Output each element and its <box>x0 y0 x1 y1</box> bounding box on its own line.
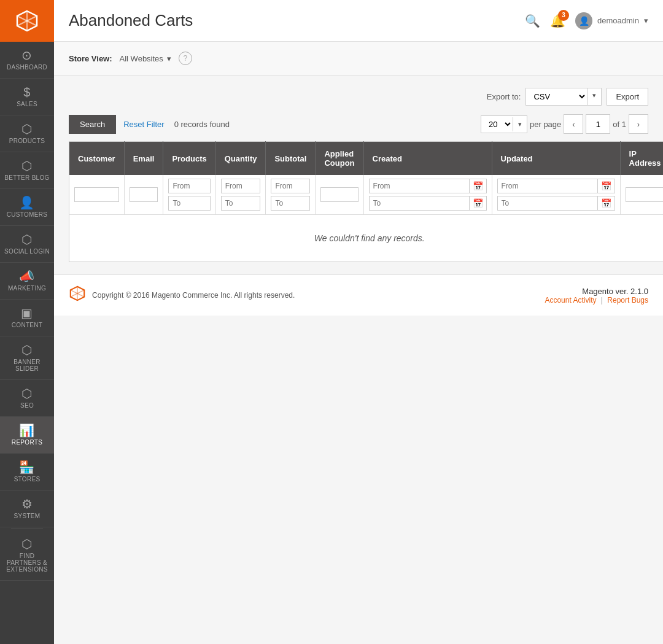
customer-filter-input[interactable] <box>74 187 119 202</box>
created-to-wrap: 📅 <box>369 196 487 211</box>
export-format-dropdown[interactable]: CSV Excel XML <box>526 88 587 105</box>
sidebar-label-content: CONTENT <box>12 322 42 328</box>
filter-email <box>124 175 163 215</box>
footer: Copyright © 2016 Magento Commerce Inc. A… <box>54 274 663 316</box>
avatar: 👤 <box>575 12 592 29</box>
report-bugs-link[interactable]: Report Bugs <box>607 296 648 305</box>
quantity-from-input[interactable] <box>221 179 261 193</box>
content-area: Store View: All Websites ▾ ? Export to: … <box>54 42 663 644</box>
question-mark-icon: ? <box>184 54 188 63</box>
export-label: Export to: <box>487 92 521 101</box>
export-format-chevron[interactable]: ▾ <box>587 88 601 105</box>
updated-from-calendar-button[interactable]: 📅 <box>597 179 615 193</box>
created-from-input[interactable] <box>370 179 469 193</box>
subtotal-from-input[interactable] <box>271 179 310 193</box>
footer-version: Magento ver. 2.1.0 <box>545 287 648 296</box>
ip-filter-input[interactable] <box>626 187 663 202</box>
no-records-row: We couldn't find any records. <box>69 215 664 262</box>
user-menu[interactable]: 👤 demoadmin ▾ <box>575 12 648 29</box>
sidebar-item-partners[interactable]: ⬡ FIND PARTNERS & EXTENSIONS <box>0 530 54 581</box>
sidebar-label-seo: SEO <box>20 402 34 409</box>
quantity-filter-stack <box>221 179 261 211</box>
header-right: 🔍 🔔 3 👤 demoadmin ▾ <box>525 12 648 29</box>
sidebar-item-marketing[interactable]: 📣 MARKETING <box>0 263 54 300</box>
reset-filter-button[interactable]: Reset Filter <box>123 120 164 129</box>
col-customer: Customer <box>69 142 125 176</box>
filter-updated: 📅 📅 <box>492 175 620 215</box>
prev-page-button[interactable]: ‹ <box>564 114 583 134</box>
export-button[interactable]: Export <box>607 88 648 106</box>
products-to-input[interactable] <box>168 196 210 211</box>
products-from-input[interactable] <box>168 179 210 193</box>
per-page-dropdown[interactable]: 20 30 50 <box>481 116 513 133</box>
sidebar-label-sales: SALES <box>17 101 37 107</box>
footer-logo <box>69 285 86 306</box>
partners-icon: ⬡ <box>21 538 32 550</box>
created-to-calendar-button[interactable]: 📅 <box>469 196 486 210</box>
notifications-button[interactable]: 🔔 3 <box>550 14 565 28</box>
help-icon[interactable]: ? <box>179 52 192 65</box>
sidebar-label-customers: CUSTOMERS <box>7 211 47 218</box>
sidebar-item-better-blog[interactable]: ⬡ BETTER BLOG <box>0 152 54 189</box>
updated-to-input[interactable] <box>498 196 597 210</box>
sales-icon: $ <box>23 86 30 98</box>
sidebar-item-sales[interactable]: $ SALES <box>0 79 54 115</box>
col-email: Email <box>124 142 163 176</box>
sidebar-label-reports: REPORTS <box>12 439 42 446</box>
notification-badge: 3 <box>558 10 569 21</box>
sidebar-item-stores[interactable]: 🏪 STORES <box>0 454 54 491</box>
pagination: 20 30 50 ▾ per page ‹ of 1 › <box>481 114 648 134</box>
data-table: Customer Email Products Quantity Subtota… <box>69 141 663 262</box>
sidebar-item-customers[interactable]: 👤 CUSTOMERS <box>0 189 54 226</box>
quantity-to-input[interactable] <box>221 196 261 211</box>
sidebar-item-banner-slider[interactable]: ⬡ BANNER SLIDER <box>0 336 54 380</box>
page-title: Abandoned Carts <box>69 11 193 30</box>
filter-products <box>163 175 215 215</box>
footer-sep: | <box>601 296 603 305</box>
table-header-row: Customer Email Products Quantity Subtota… <box>69 142 664 176</box>
col-quantity: Quantity <box>215 142 266 176</box>
search-button[interactable]: 🔍 <box>525 14 540 28</box>
created-to-input[interactable] <box>370 196 469 210</box>
account-activity-link[interactable]: Account Activity <box>545 296 596 305</box>
per-page-select[interactable]: 20 30 50 ▾ <box>481 115 527 133</box>
next-page-button[interactable]: › <box>629 114 648 134</box>
app-logo[interactable] <box>0 0 54 42</box>
coupon-filter-input[interactable] <box>320 187 358 202</box>
sidebar-item-dashboard[interactable]: ⊙ DASHBOARD <box>0 42 54 79</box>
updated-to-calendar-button[interactable]: 📅 <box>597 196 615 210</box>
system-icon: ⚙ <box>21 498 33 510</box>
sidebar-label-products: PRODUCTS <box>9 138 45 144</box>
per-page-chevron[interactable]: ▾ <box>513 117 527 131</box>
created-from-calendar-button[interactable]: 📅 <box>469 179 486 193</box>
sidebar-item-products[interactable]: ⬡ PRODUCTS <box>0 115 54 152</box>
filter-ip <box>620 175 663 215</box>
export-format-select[interactable]: CSV Excel XML ▾ <box>525 88 602 106</box>
sidebar-item-seo[interactable]: ⬡ SEO <box>0 380 54 417</box>
subtotal-to-input[interactable] <box>271 196 310 211</box>
sidebar-item-reports[interactable]: 📊 REPORTS <box>0 417 54 454</box>
email-filter-input[interactable] <box>130 187 158 202</box>
sidebar-item-system[interactable]: ⚙ SYSTEM <box>0 491 54 527</box>
filter-created: 📅 📅 <box>363 175 492 215</box>
updated-from-input[interactable] <box>498 179 597 193</box>
col-subtotal: Subtotal <box>266 142 316 176</box>
updated-filter-stack: 📅 📅 <box>497 179 615 211</box>
sidebar-label-social-login: SOCIAL LOGIN <box>4 248 50 255</box>
store-view-select[interactable]: All Websites ▾ <box>120 54 171 63</box>
page-of-label: of 1 <box>613 120 626 129</box>
sidebar-label-marketing: MARKETING <box>8 285 46 292</box>
col-created: Created <box>363 142 492 176</box>
search-filter-button[interactable]: Search <box>69 115 116 134</box>
filter-coupon <box>316 175 363 215</box>
page-number-input[interactable] <box>586 114 610 134</box>
grid-area: Export to: CSV Excel XML ▾ Export Search… <box>54 76 663 274</box>
main-area: Abandoned Carts 🔍 🔔 3 👤 demoadmin ▾ Stor… <box>54 0 663 644</box>
marketing-icon: 📣 <box>19 270 34 282</box>
search-icon: 🔍 <box>525 14 540 28</box>
sidebar-item-content[interactable]: ▣ CONTENT <box>0 300 54 336</box>
filter-quantity <box>215 175 266 215</box>
col-applied-coupon: Applied Coupon <box>316 142 363 176</box>
sidebar-item-social-login[interactable]: ⬡ SOCIAL LOGIN <box>0 226 54 263</box>
created-from-wrap: 📅 <box>369 179 487 193</box>
